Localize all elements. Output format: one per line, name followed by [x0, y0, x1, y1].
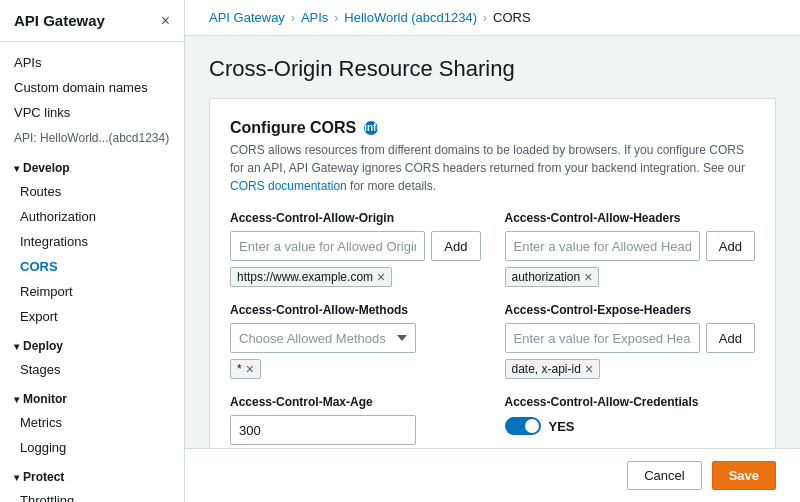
sidebar-title: API Gateway: [14, 12, 105, 29]
breadcrumb-sep-2: ›: [334, 11, 338, 25]
breadcrumb-current: CORS: [493, 10, 531, 25]
allow-methods-input-row: Choose Allowed Methods GET POST PUT DELE…: [230, 323, 481, 353]
expose-headers-tags: date, x-api-id ×: [505, 359, 756, 379]
expose-headers-tag-label: date, x-api-id: [512, 362, 581, 376]
sidebar-item-cors[interactable]: CORS: [0, 254, 184, 279]
sidebar-item-authorization[interactable]: Authorization: [0, 204, 184, 229]
expose-headers-input[interactable]: [505, 323, 700, 353]
sidebar-item-vpc-links[interactable]: VPC links: [0, 100, 184, 125]
allow-origin-label: Access-Control-Allow-Origin: [230, 211, 481, 225]
deploy-label: Deploy: [23, 339, 63, 353]
sidebar-api-label: API: HelloWorld...(abcd1234): [0, 125, 184, 151]
allow-origin-add-button[interactable]: Add: [431, 231, 480, 261]
sidebar-section-deploy[interactable]: ▾ Deploy: [0, 329, 184, 357]
expose-headers-tag-0: date, x-api-id ×: [505, 359, 601, 379]
sidebar-item-integrations[interactable]: Integrations: [0, 229, 184, 254]
sidebar-item-throttling[interactable]: Throttling: [0, 488, 184, 502]
sidebar-item-logging[interactable]: Logging: [0, 435, 184, 460]
monitor-arrow-icon: ▾: [14, 394, 19, 405]
allow-origin-tag-remove-0[interactable]: ×: [377, 270, 385, 284]
allow-headers-tag-label: authorization: [512, 270, 581, 284]
card-description: CORS allows resources from different dom…: [230, 141, 755, 195]
breadcrumb: API Gateway › APIs › HelloWorld (abcd123…: [185, 0, 800, 36]
sidebar-item-metrics[interactable]: Metrics: [0, 410, 184, 435]
allow-methods-tag-label: *: [237, 362, 242, 376]
allow-methods-tag-0: * ×: [230, 359, 261, 379]
max-age-group: Access-Control-Max-Age: [230, 395, 481, 445]
allow-credentials-toggle[interactable]: [505, 417, 541, 435]
toggle-slider: [505, 417, 541, 435]
allow-headers-tag-remove-0[interactable]: ×: [584, 270, 592, 284]
desc-before: CORS allows resources from different dom…: [230, 143, 745, 175]
protect-label: Protect: [23, 470, 64, 484]
max-age-input[interactable]: [230, 415, 416, 445]
allow-methods-select-wrapper: Choose Allowed Methods GET POST PUT DELE…: [230, 323, 481, 353]
sidebar-item-routes[interactable]: Routes: [0, 179, 184, 204]
allow-headers-tags: authorization ×: [505, 267, 756, 287]
allow-origin-input-row: Add: [230, 231, 481, 261]
info-badge[interactable]: info: [364, 121, 378, 135]
allow-headers-group: Access-Control-Allow-Headers Add authori…: [505, 211, 756, 287]
sidebar-item-custom-domain[interactable]: Custom domain names: [0, 75, 184, 100]
allow-origin-input[interactable]: [230, 231, 425, 261]
sidebar: API Gateway × APIs Custom domain names V…: [0, 0, 185, 502]
sidebar-item-stages[interactable]: Stages: [0, 357, 184, 382]
cors-card: Configure CORS info CORS allows resource…: [209, 98, 776, 448]
allow-credentials-group: Access-Control-Allow-Credentials YES: [505, 395, 756, 445]
sidebar-section-protect[interactable]: ▾ Protect: [0, 460, 184, 488]
allow-methods-tags: * ×: [230, 359, 481, 379]
allow-origin-tag-0: https://www.example.com ×: [230, 267, 392, 287]
save-button[interactable]: Save: [712, 461, 776, 490]
sidebar-close-button[interactable]: ×: [161, 13, 170, 29]
allow-origin-group: Access-Control-Allow-Origin Add https://…: [230, 211, 481, 287]
breadcrumb-api-gateway[interactable]: API Gateway: [209, 10, 285, 25]
allow-methods-group: Access-Control-Allow-Methods Choose Allo…: [230, 303, 481, 379]
desc-after: for more details.: [347, 179, 436, 193]
allow-headers-tag-0: authorization ×: [505, 267, 600, 287]
main-content: API Gateway › APIs › HelloWorld (abcd123…: [185, 0, 800, 502]
sidebar-item-export[interactable]: Export: [0, 304, 184, 329]
allow-headers-input-row: Add: [505, 231, 756, 261]
allow-headers-label: Access-Control-Allow-Headers: [505, 211, 756, 225]
allow-headers-add-button[interactable]: Add: [706, 231, 755, 261]
expose-headers-tag-remove-0[interactable]: ×: [585, 362, 593, 376]
cors-doc-link[interactable]: CORS documentation: [230, 179, 347, 193]
allow-credentials-toggle-row: YES: [505, 417, 756, 435]
sidebar-section-develop[interactable]: ▾ Develop: [0, 151, 184, 179]
expose-headers-add-button[interactable]: Add: [706, 323, 755, 353]
deploy-arrow-icon: ▾: [14, 341, 19, 352]
footer: Cancel Save: [185, 448, 800, 502]
max-age-label: Access-Control-Max-Age: [230, 395, 481, 409]
sidebar-nav: APIs Custom domain names VPC links API: …: [0, 42, 184, 502]
breadcrumb-sep-1: ›: [291, 11, 295, 25]
breadcrumb-apis[interactable]: APIs: [301, 10, 328, 25]
develop-arrow-icon: ▾: [14, 163, 19, 174]
page-title: Cross-Origin Resource Sharing: [209, 56, 776, 82]
breadcrumb-hello-world[interactable]: HelloWorld (abcd1234): [344, 10, 477, 25]
allow-origin-tag-label: https://www.example.com: [237, 270, 373, 284]
breadcrumb-sep-3: ›: [483, 11, 487, 25]
card-title-text: Configure CORS: [230, 119, 356, 137]
develop-label: Develop: [23, 161, 70, 175]
protect-arrow-icon: ▾: [14, 472, 19, 483]
sidebar-item-apis[interactable]: APIs: [0, 50, 184, 75]
sidebar-header: API Gateway ×: [0, 0, 184, 42]
sidebar-section-monitor[interactable]: ▾ Monitor: [0, 382, 184, 410]
cors-form: Access-Control-Allow-Origin Add https://…: [230, 211, 755, 448]
allow-credentials-toggle-label: YES: [549, 419, 575, 434]
allow-headers-input[interactable]: [505, 231, 700, 261]
monitor-label: Monitor: [23, 392, 67, 406]
allow-methods-tag-remove-0[interactable]: ×: [246, 362, 254, 376]
allow-credentials-label: Access-Control-Allow-Credentials: [505, 395, 756, 409]
allow-origin-tags: https://www.example.com ×: [230, 267, 481, 287]
cancel-button[interactable]: Cancel: [627, 461, 701, 490]
allow-methods-label: Access-Control-Allow-Methods: [230, 303, 481, 317]
expose-headers-label: Access-Control-Expose-Headers: [505, 303, 756, 317]
expose-headers-input-row: Add: [505, 323, 756, 353]
expose-headers-group: Access-Control-Expose-Headers Add date, …: [505, 303, 756, 379]
content-area: Cross-Origin Resource Sharing Configure …: [185, 36, 800, 448]
sidebar-item-reimport[interactable]: Reimport: [0, 279, 184, 304]
allow-methods-select[interactable]: Choose Allowed Methods GET POST PUT DELE…: [230, 323, 416, 353]
card-title-row: Configure CORS info: [230, 119, 755, 137]
